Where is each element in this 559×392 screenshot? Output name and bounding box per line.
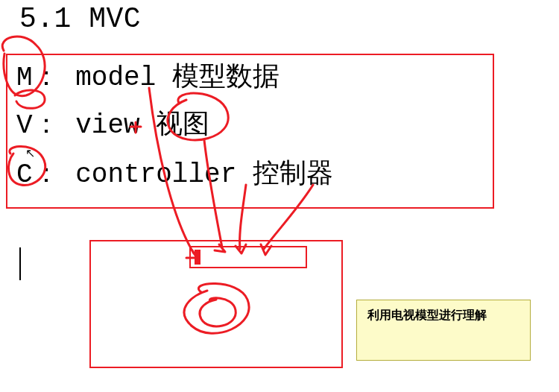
- sticky-note-text: 利用电视模型进行理解: [367, 309, 487, 321]
- sticky-note: 利用电视模型进行理解: [356, 300, 531, 361]
- c-prefix: C：: [16, 159, 60, 190]
- v-prefix: V：: [16, 110, 60, 141]
- section-heading: 5.1 MVC: [19, 3, 141, 35]
- definition-line-c: C： controller 控制器: [16, 155, 333, 192]
- text-caret: [19, 247, 21, 280]
- v-chinese: 视图: [156, 110, 209, 141]
- m-prefix: M：: [16, 63, 60, 93]
- v-english: view: [75, 110, 139, 141]
- diagram-canvas: 5.1 MVC M： model 模型数据 V： view 视图 C： cont…: [0, 0, 559, 392]
- tv-small-rect: [189, 246, 307, 268]
- m-english: model: [75, 63, 156, 93]
- m-chinese: 模型数据: [172, 63, 280, 93]
- c-english: controller: [75, 159, 236, 190]
- definition-line-m: M： model 模型数据: [16, 58, 280, 95]
- c-chinese: 控制器: [253, 159, 333, 190]
- mouse-cursor-icon: ↖: [25, 146, 35, 160]
- definition-line-v: V： view 视图: [16, 106, 209, 142]
